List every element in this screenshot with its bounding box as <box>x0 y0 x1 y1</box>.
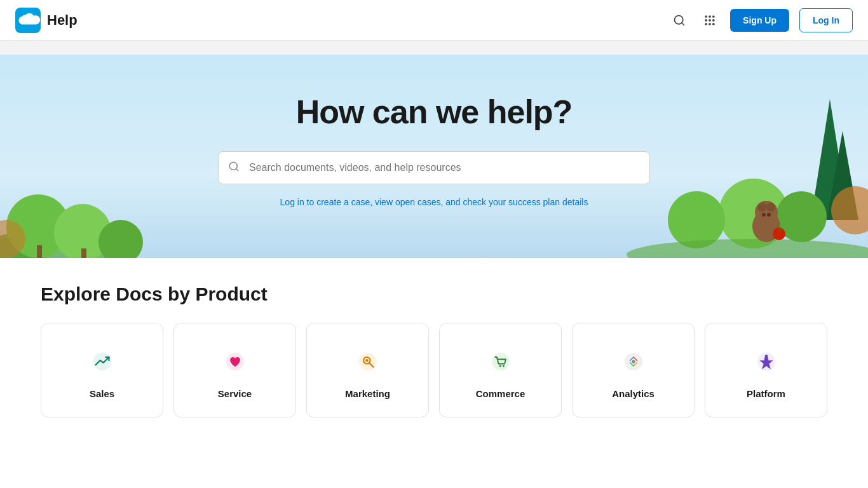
product-card-service[interactable]: Service <box>173 323 296 417</box>
svg-point-30 <box>766 203 775 212</box>
product-card-analytics[interactable]: Analytics <box>572 323 695 417</box>
explore-section: Explore Docs by Product SalesServiceMark… <box>0 258 868 443</box>
salesforce-logo-icon <box>15 8 41 33</box>
svg-line-36 <box>236 168 238 170</box>
product-cards-container: SalesServiceMarketingCommerceAnalyticsPl… <box>41 323 827 417</box>
svg-point-31 <box>762 213 766 217</box>
svg-rect-34 <box>779 227 780 231</box>
gray-band <box>0 41 868 55</box>
trees-left-decoration <box>0 131 165 258</box>
product-card-platform[interactable]: Platform <box>705 323 827 417</box>
search-icon <box>673 14 686 27</box>
marketing-icon <box>350 344 386 379</box>
service-label: Service <box>218 388 252 399</box>
svg-point-44 <box>499 365 501 367</box>
product-card-sales[interactable]: Sales <box>41 323 163 417</box>
svg-rect-43 <box>492 353 510 370</box>
service-icon <box>217 344 253 379</box>
trees-right-decoration <box>639 93 868 258</box>
header-actions: Sign Up Log In <box>669 8 853 32</box>
svg-rect-7 <box>709 19 710 21</box>
svg-rect-6 <box>705 19 707 21</box>
analytics-label: Analytics <box>612 388 654 399</box>
explore-title: Explore Docs by Product <box>41 283 827 305</box>
svg-point-28 <box>755 201 778 224</box>
signup-button[interactable]: Sign Up <box>730 9 789 32</box>
svg-rect-4 <box>709 15 710 17</box>
commerce-icon <box>483 344 519 379</box>
header: Help Sign Up Log In <box>0 0 868 41</box>
search-button[interactable] <box>669 10 689 30</box>
logo[interactable]: Help <box>15 8 78 33</box>
svg-rect-9 <box>705 23 707 25</box>
sales-label: Sales <box>90 388 114 399</box>
login-button[interactable]: Log In <box>799 8 853 32</box>
svg-line-2 <box>682 22 684 25</box>
marketing-label: Marketing <box>345 388 390 399</box>
apps-grid-button[interactable] <box>700 10 720 30</box>
platform-label: Platform <box>747 388 785 399</box>
svg-point-29 <box>757 203 766 212</box>
hero-login-link[interactable]: Log in to create a case, view open cases… <box>280 197 588 207</box>
search-wrapper <box>218 151 650 184</box>
svg-rect-18 <box>37 245 42 258</box>
svg-rect-19 <box>81 248 86 258</box>
search-icon-hero <box>228 161 240 175</box>
product-card-commerce[interactable]: Commerce <box>439 323 562 417</box>
svg-rect-8 <box>712 19 714 21</box>
analytics-icon <box>616 344 651 379</box>
svg-point-42 <box>365 359 368 362</box>
main-search-input[interactable] <box>218 151 650 184</box>
grid-icon <box>703 14 716 27</box>
svg-point-26 <box>627 239 868 258</box>
product-card-marketing[interactable]: Marketing <box>306 323 429 417</box>
hero-section: How can we help? Log in to create a case… <box>0 55 868 258</box>
header-title: Help <box>47 12 78 29</box>
platform-icon <box>749 344 784 379</box>
svg-point-45 <box>502 365 504 367</box>
svg-rect-3 <box>705 15 707 17</box>
svg-rect-5 <box>712 15 714 17</box>
svg-rect-11 <box>712 23 714 25</box>
commerce-label: Commerce <box>476 388 526 399</box>
hero-title: How can we help? <box>296 93 573 131</box>
svg-rect-10 <box>709 23 710 25</box>
sales-icon <box>85 344 120 379</box>
svg-point-32 <box>767 213 771 217</box>
svg-rect-39 <box>359 353 377 370</box>
svg-point-51 <box>632 360 635 363</box>
